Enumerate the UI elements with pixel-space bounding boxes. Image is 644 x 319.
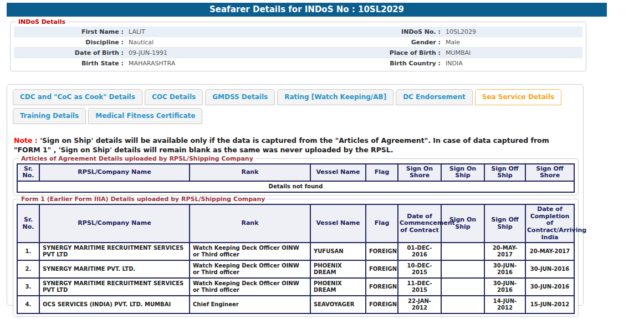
sr-no-cell: 1.	[17, 243, 39, 260]
sign-off-ship-cell: 30-JUN-2016	[484, 260, 525, 278]
column-header: Vessel Name	[310, 164, 366, 181]
tab-medical-fitness-certificate[interactable]: Medical Fitness Certificate	[88, 108, 202, 124]
column-header: Sign On Ship	[441, 164, 484, 181]
column-header: Sr. No.	[17, 164, 39, 181]
sign-on-ship-note: Note : 'Sign on Ship' details will be av…	[14, 136, 576, 155]
table-header-row: Sr. No. RPSL/Company Name Rank Vessel Na…	[17, 164, 574, 181]
tab-cdc-coc-as-cook-details[interactable]: CDC and "CoC as Cook" Details	[13, 89, 142, 105]
column-header: Sign On Shore	[398, 164, 441, 181]
completion-date-cell: 15-JUN-2012	[525, 296, 574, 313]
sign-on-ship-cell	[441, 296, 484, 313]
sign-off-ship-cell: 14-JUN-2012	[484, 296, 525, 313]
company-cell: SYNERGY MARITIME RECRUITMENT SERVICES PV…	[39, 243, 190, 260]
sr-no-cell: 4.	[17, 296, 39, 313]
completion-date-cell: 30-JUN-2016	[525, 278, 574, 296]
tab-coc-details[interactable]: COC Details	[145, 89, 203, 105]
tab-sea-service-details[interactable]: Sea Service Details	[475, 89, 561, 105]
table-row: 1. SYNERGY MARITIME RECRUITMENT SERVICES…	[17, 243, 574, 260]
field-value: INDIA	[441, 58, 463, 69]
note-text: 'Sign on Ship' details will be available…	[14, 136, 549, 154]
indos-details-legend: INDoS Details	[16, 18, 68, 25]
commencement-date-cell: 22-JAN-2012	[398, 296, 441, 313]
articles-table-caption: Articles of Agreement Details uploaded b…	[19, 155, 255, 162]
tab-gmdss-details[interactable]: GMDSS Details	[205, 89, 275, 105]
column-header: Sign Off Shore	[525, 164, 574, 181]
sign-off-ship-cell: 20-MAY-2017	[484, 243, 525, 260]
column-header: Vessel Name	[310, 204, 366, 243]
field-label: INDoS No. :	[302, 27, 441, 37]
company-cell: OCS SERVICES (INDIA) PVT. LTD. MUMBAI	[39, 296, 190, 313]
column-header: Sign Off Ship	[484, 164, 525, 181]
form1-table-caption: Form 1 (Earlier Form IIIA) Details uploa…	[19, 195, 267, 203]
indos-row: First Name : LALIT INDoS No. : 10SL2029	[14, 27, 582, 37]
field-label: Birth State :	[14, 58, 124, 69]
sr-no-cell: 2.	[17, 260, 39, 278]
column-header: Date of Completion of Contract/Arriving …	[525, 204, 574, 243]
completion-date-cell: 30-JUN-2016	[525, 260, 574, 278]
column-header: Flag	[366, 204, 398, 243]
sign-on-ship-cell	[441, 243, 484, 260]
company-cell: SYNERGY MARITIME RECRUITMENT SERVICES PV…	[39, 278, 190, 296]
field-label: Date of Birth :	[14, 48, 124, 58]
tab-dc-endorsement[interactable]: DC Endorsement	[396, 89, 473, 105]
flag-cell: FOREIGN	[366, 260, 398, 278]
form1-section: Form 1 (Earlier Form IIIA) Details uploa…	[13, 195, 579, 317]
company-cell: SYNERGY MARITIME PVT. LTD.	[39, 260, 190, 278]
sign-on-ship-cell	[441, 278, 484, 296]
note-prefix: Note :	[14, 136, 38, 145]
indos-row: Birth State : MAHARASHTRA Birth Country …	[14, 58, 582, 69]
sr-no-cell: 3.	[17, 278, 39, 296]
field-label: Gender :	[302, 37, 441, 47]
commencement-date-cell: 10-DEC-2015	[398, 260, 441, 278]
vessel-cell: PHOENIX DREAM	[310, 260, 366, 278]
rank-cell: Chief Engineer	[190, 296, 310, 313]
rank-cell: Watch Keeping Deck Officer OINW or Third…	[190, 243, 310, 260]
articles-of-agreement-table: Sr. No. RPSL/Company Name Rank Vessel Na…	[17, 163, 575, 193]
field-value: Male	[441, 37, 460, 47]
column-header: Sign Off Ship	[484, 204, 525, 243]
page-title: Seafarer Details for INDoS No : 10SL2029	[7, 3, 607, 17]
rank-cell: Watch Keeping Deck Officer OINW or Third…	[190, 278, 310, 296]
vessel-cell: YUFUSAN	[310, 243, 366, 260]
field-value: 10SL2029	[441, 27, 476, 37]
tab-training-details[interactable]: Training Details	[13, 108, 86, 124]
tab-bar: CDC and "CoC as Cook" Details COC Detail…	[13, 89, 577, 124]
field-value: MAHARASHTRA	[124, 58, 175, 69]
flag-cell: FOREIGN	[366, 296, 398, 313]
sea-service-panel: CDC and "CoC as Cook" Details COC Detail…	[7, 84, 584, 306]
rank-cell: Watch Keeping Deck Officer OINW or Third…	[190, 260, 310, 278]
table-row: 3. SYNERGY MARITIME RECRUITMENT SERVICES…	[17, 278, 574, 296]
field-value: Nautical	[124, 37, 154, 47]
form1-table: Sr. No. RPSL/Company Name Rank Vessel Na…	[17, 204, 575, 314]
table-row: 4. OCS SERVICES (INDIA) PVT. LTD. MUMBAI…	[17, 296, 574, 313]
vessel-cell: SEAVOYAGER	[310, 296, 366, 313]
details-not-found-message: Details not found	[17, 181, 574, 192]
field-value: MUMBAI	[441, 48, 471, 58]
field-label: Birth Country :	[302, 58, 441, 69]
column-header: Rank	[190, 164, 310, 181]
column-header: Sr. No.	[17, 204, 39, 243]
column-header: Rank	[190, 204, 310, 243]
commencement-date-cell: 11-DEC-2015	[398, 278, 441, 296]
flag-cell: FOREIGN	[366, 278, 398, 296]
column-header: Flag	[366, 164, 398, 181]
field-value: LALIT	[124, 27, 145, 37]
tab-rating-watch-keeping-ab[interactable]: Rating [Watch Keeping/AB]	[277, 89, 393, 105]
table-header-row: Sr. No. RPSL/Company Name Rank Vessel Na…	[17, 204, 574, 243]
field-label: Place of Birth :	[302, 48, 441, 58]
table-row: 2. SYNERGY MARITIME PVT. LTD. Watch Keep…	[17, 260, 574, 278]
column-header: Date of Commencement of Contract	[398, 204, 441, 243]
field-label: Discipline :	[14, 37, 124, 47]
sign-off-ship-cell: 30-JUN-2016	[484, 278, 525, 296]
sign-on-ship-cell	[441, 260, 484, 278]
column-header: RPSL/Company Name	[39, 164, 190, 181]
indos-row: Discipline : Nautical Gender : Male	[14, 37, 582, 48]
commencement-date-cell: 01-DEC-2016	[398, 243, 441, 260]
indos-details-section: INDoS Details First Name : LALIT INDoS N…	[10, 18, 586, 71]
column-header: RPSL/Company Name	[39, 204, 190, 243]
field-value: 09-JUN-1991	[124, 48, 167, 58]
articles-of-agreement-section: Articles of Agreement Details uploaded b…	[13, 155, 579, 195]
flag-cell: FOREIGN	[366, 243, 398, 260]
indos-row: Date of Birth : 09-JUN-1991 Place of Bir…	[14, 48, 582, 58]
vessel-cell: PHOENIX DREAM	[310, 278, 366, 296]
